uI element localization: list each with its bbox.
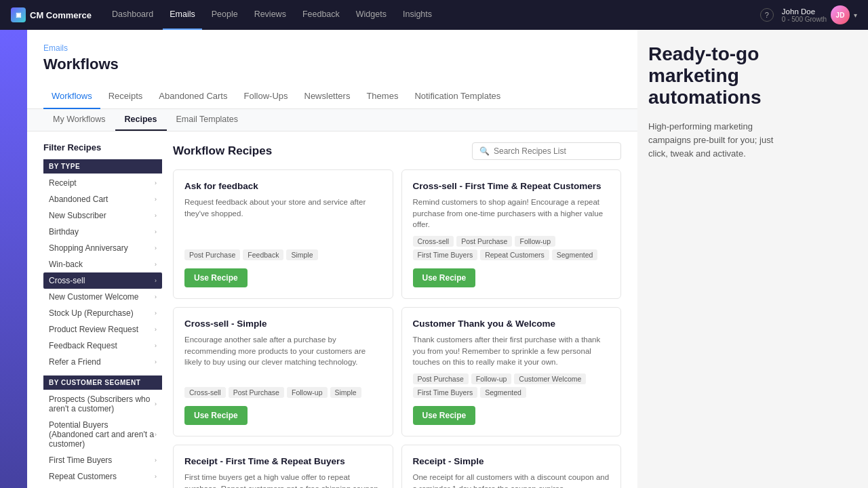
recipe-tag: First Time Buyers [413,387,478,398]
use-recipe-button[interactable]: Use Recipe [184,406,248,425]
search-icon: 🔍 [479,146,490,156]
recipe-card-receipt-first-repeat: Receipt - First Time & Repeat Buyers Fir… [173,445,393,488]
chevron-icon: › [155,261,157,268]
filter-segment-header: BY CUSTOMER SEGMENT [43,375,162,390]
recipe-tag: Follow-up [515,236,555,247]
recipe-tags: Post Purchase Follow-up Customer Welcome… [413,373,610,398]
search-box[interactable]: 🔍 [472,142,621,160]
recipe-tag: Simple [330,387,361,398]
recipe-card-cross-sell-first-repeat: Cross-sell - First Time & Repeat Custome… [401,169,622,299]
promo-title: Ready-to-go marketing automations [648,43,787,109]
recipes-area: Workflow Recipes 🔍 Ask for feedback Requ… [173,142,621,488]
user-menu[interactable]: John Doe 0 - 500 Growth JD ▾ [782,5,857,24]
nav-item-feedback[interactable]: Feedback [296,0,347,30]
recipe-desc: Encourage another sale after a purchase … [184,334,382,382]
use-recipe-button[interactable]: Use Recipe [184,268,248,287]
recipe-desc: First time buyers get a high value offer… [184,472,382,488]
recipe-tag: Cross-sell [413,236,454,247]
recipe-name: Receipt - Simple [413,456,610,466]
chevron-icon: › [155,228,157,235]
recipe-tag: Post Purchase [413,373,469,384]
filter-birthday[interactable]: Birthday › [43,224,162,240]
chevron-icon: › [155,277,157,284]
recipe-tag: Follow-up [471,373,512,384]
filter-type-header: BY TYPE [43,159,162,174]
filter-potential-buyers[interactable]: Potential Buyers (Abandoned cart and are… [43,417,162,452]
chevron-icon: › [155,473,157,480]
recipe-card-ask-feedback: Ask for feedback Request feedback about … [173,169,393,299]
tab-email-templates[interactable]: Email Templates [167,109,248,131]
chevron-down-icon: ▾ [854,12,857,19]
recipes-grid: Ask for feedback Request feedback about … [173,169,621,488]
breadcrumb[interactable]: Emails [43,43,621,53]
recipe-card-receipt-simple: Receipt - Simple One receipt for all cus… [401,445,622,488]
nav-item-emails[interactable]: Emails [163,0,202,30]
tab-notification-templates[interactable]: Notification Templates [406,84,509,109]
recipe-tag: Post Purchase [229,387,284,398]
recipe-tag: Repeat Customers [480,249,549,260]
nav-item-people[interactable]: People [205,0,245,30]
tab-my-workflows[interactable]: My Workflows [43,109,115,131]
user-plan: 0 - 500 Growth [782,16,827,23]
recipes-header: Workflow Recipes 🔍 [173,142,621,160]
recipe-tag: Feedback [243,249,283,260]
filter-refer-friend[interactable]: Refer a Friend › [43,354,162,370]
filter-new-subscriber[interactable]: New Subscriber › [43,207,162,224]
chevron-icon: › [155,401,157,407]
tab-newsletters[interactable]: Newsletters [296,84,359,109]
page-wrapper: Emails Workflows Workflows Receipts Aban… [0,30,868,488]
promo-desc: High-performing marketing campaigns pre-… [648,120,787,161]
filter-receipt[interactable]: Receipt › [43,175,162,191]
nav-item-insights[interactable]: Insights [396,0,439,30]
chevron-icon: › [155,212,157,219]
filter-cross-sell[interactable]: Cross-sell › [43,272,162,289]
tab-follow-ups[interactable]: Follow-Ups [235,84,296,109]
filter-abandoned-cart[interactable]: Abandoned Cart › [43,191,162,207]
help-icon[interactable]: ? [760,8,774,22]
brand-name: CM Commerce [30,10,92,20]
recipe-tag: Post Purchase [456,236,512,247]
tab-themes[interactable]: Themes [358,84,406,109]
filter-shopping-anniversary[interactable]: Shopping Anniversary › [43,240,162,256]
filter-stock-up[interactable]: Stock Up (Repurchase) › [43,305,162,321]
brand-logo[interactable]: ▣ CM Commerce [11,7,92,22]
filter-win-back[interactable]: Win-back › [43,256,162,272]
chevron-icon: › [155,293,157,300]
recipe-tag: Segmented [552,249,598,260]
avatar: JD [831,5,850,24]
main-content: Emails Workflows Workflows Receipts Aban… [27,30,637,488]
tab-receipts[interactable]: Receipts [100,84,151,109]
use-recipe-button[interactable]: Use Recipe [413,406,476,425]
filter-repeat-customers[interactable]: Repeat Customers › [43,468,162,485]
nav-item-widgets[interactable]: Widgets [349,0,393,30]
filter-product-review[interactable]: Product Review Request › [43,321,162,338]
chevron-icon: › [155,196,157,203]
page-header: Emails Workflows [27,30,637,79]
chevron-icon: › [155,310,157,317]
filter-sidebar: Filter Recipes BY TYPE Receipt › Abandon… [43,142,162,488]
tab-workflows[interactable]: Workflows [43,84,100,109]
top-navigation: ▣ CM Commerce Dashboard Emails People Re… [0,0,868,30]
tab-abandoned-carts[interactable]: Abandoned Carts [151,84,235,109]
use-recipe-button[interactable]: Use Recipe [413,268,476,287]
chevron-icon: › [155,342,157,349]
nav-item-dashboard[interactable]: Dashboard [105,0,160,30]
filter-new-customer-welcome[interactable]: New Customer Welcome › [43,289,162,305]
recipe-tag: Segmented [480,387,526,398]
user-name: John Doe [782,7,827,16]
recipe-tag: Cross-sell [184,387,226,398]
recipe-tag: First Time Buyers [413,249,478,260]
search-input[interactable] [494,146,614,156]
tab-recipes[interactable]: Recipes [115,109,167,131]
recipes-title: Workflow Recipes [173,144,272,158]
recipe-tags: Cross-sell Post Purchase Follow-up First… [413,236,610,260]
nav-right: ? John Doe 0 - 500 Growth JD ▾ [760,5,857,24]
filter-feedback-request[interactable]: Feedback Request › [43,338,162,354]
filter-first-time-buyers[interactable]: First Time Buyers › [43,452,162,468]
recipe-name: Cross-sell - First Time & Repeat Custome… [413,181,610,191]
logo-icon: ▣ [11,7,26,22]
recipe-name: Customer Thank you & Welcome [413,319,610,329]
nav-item-reviews[interactable]: Reviews [248,0,293,30]
filter-prospects[interactable]: Prospects (Subscribers who aren't a cust… [43,391,162,417]
filter-title: Filter Recipes [43,142,162,152]
